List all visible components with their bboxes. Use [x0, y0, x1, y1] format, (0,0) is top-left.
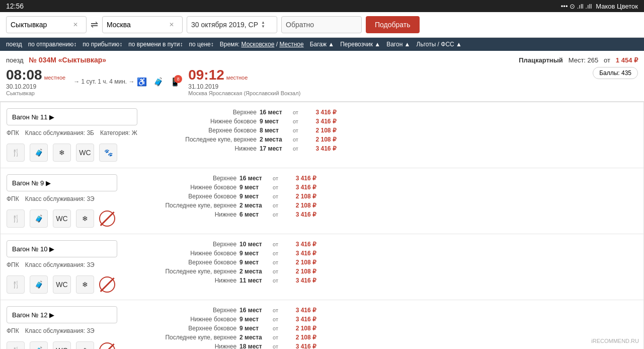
wagon-left-12: Вагон № 12 ▶ФПК Класс обслуживания: 3Э🍴🧳…: [7, 306, 117, 349]
filter-price[interactable]: по цене↕: [189, 41, 214, 48]
seat-type-10-0: Верхнее: [125, 241, 236, 248]
seat-price-12-1: 3 416 ₽: [281, 316, 316, 323]
seat-from-10-1: от: [273, 250, 278, 256]
wagon-left-10: Вагон № 10 ▶ФПК Класс обслуживания: 3Э🍴🧳…: [7, 240, 117, 294]
from-field[interactable]: ✕: [6, 16, 87, 33]
train-times: 08:08 местное 30.10.2019 Сыктывкар → 1 с…: [6, 67, 300, 96]
filter-duration[interactable]: по времени в пути↕: [128, 41, 183, 48]
seat-row-11-1: Нижнее боковое 9 мест от 3 416 ₽: [145, 117, 337, 125]
wagon-left-11: Вагон № 11 ▶ФПК Класс обслуживания: 3БКа…: [7, 108, 137, 162]
seat-count-9-2: 9 мест: [239, 193, 270, 200]
wagon-button-9[interactable]: Вагон № 9 ▶: [7, 174, 117, 191]
seat-price-10-2: 2 108 ₽: [281, 259, 316, 266]
seat-from-9-2: от: [273, 193, 278, 199]
depart-block: 08:08 местное 30.10.2019 Сыктывкар: [6, 67, 65, 96]
seat-price-11-0: 3 416 ₽: [301, 109, 337, 116]
luggage-icon-11: 🧳: [30, 144, 48, 162]
seat-price-9-2: 2 108 ₽: [281, 193, 316, 200]
from-clear-icon[interactable]: ✕: [73, 21, 78, 28]
seat-type-10-4: Нижнее: [125, 277, 236, 284]
filter-depart[interactable]: по отправлению↕: [28, 41, 76, 48]
date-value: 30 октября 2019, СР: [191, 21, 258, 29]
arrive-block: 09:12 местное 31.10.2019 Москва Ярославс…: [188, 67, 300, 96]
phone-icon-wrapper: 📱 8: [170, 77, 180, 87]
seat-row-10-3: Последнее купе, верхнее 2 места от 2 108…: [125, 267, 316, 275]
date-down-icon[interactable]: ▼: [261, 25, 265, 29]
seat-table-10: Верхнее 10 мест от 3 416 ₽ Нижнее боково…: [125, 240, 316, 294]
train-number: № 034М «Сыктывкар»: [29, 56, 106, 64]
filter-carrier[interactable]: Перевозчик ▲: [340, 41, 380, 48]
plac-type: Плацкартный: [519, 56, 563, 64]
date-field[interactable]: 30 октября 2019, СР ▲ ▼: [187, 16, 277, 33]
search-button[interactable]: Подобрать: [366, 16, 420, 33]
wagon-button-11[interactable]: Вагон № 11 ▶: [7, 108, 137, 125]
points-button[interactable]: Баллы: 435: [593, 67, 638, 79]
seat-price-10-1: 3 416 ₽: [281, 250, 316, 257]
points-area[interactable]: Баллы: 435: [593, 67, 638, 79]
from-input[interactable]: [11, 21, 71, 29]
filter-arrive[interactable]: по прибытию↕: [83, 41, 122, 48]
depart-type: местное: [44, 75, 66, 81]
dining-icon-10: 🍴: [7, 275, 25, 294]
price-summary: Плацкартный Мест: 265 от 1 454 ₽: [519, 56, 638, 64]
top-bar-left: 12:56: [6, 2, 24, 10]
seat-row-10-2: Верхнее боковое 9 мест от 2 108 ₽: [125, 258, 316, 266]
luggage-icon: 🧳: [153, 78, 164, 86]
seat-from-11-2: от: [293, 127, 298, 133]
seat-from-12-4: от: [273, 343, 278, 349]
seat-count-11-2: 8 мест: [260, 127, 290, 134]
arrive-station: Москва Ярославская (Ярославский Вокзал): [188, 90, 300, 96]
filter-wagon[interactable]: Вагон ▲: [386, 41, 410, 48]
seat-from-10-2: от: [273, 259, 278, 265]
filter-льготы[interactable]: Льготы / ФСС ▲: [417, 41, 462, 48]
train-header-row: поезд № 034М «Сыктывкар» Плацкартный Мес…: [0, 51, 644, 102]
wagon-class-row-11: ФПК Класс обслуживания: 3БКатегория: Ж: [7, 129, 137, 136]
swap-icon[interactable]: ⇌: [91, 19, 98, 30]
seat-row-11-3: Последнее купе, верхнее 2 места от 2 108…: [145, 135, 337, 144]
seat-price-12-2: 2 108 ₽: [281, 325, 316, 332]
seat-price-11-1: 3 416 ₽: [301, 118, 337, 125]
seat-row-11-2: Верхнее боковое 8 мест от 2 108 ₽: [145, 126, 337, 134]
back-field[interactable]: Обратно: [281, 16, 362, 33]
badge: 8: [174, 75, 182, 83]
luggage-icon-12: 🧳: [30, 341, 48, 349]
seat-from-9-3: от: [273, 202, 278, 208]
user-name: Маков Цветок: [596, 3, 638, 10]
wagon-class-row-9: ФПК Класс обслуживания: 3Э: [7, 195, 117, 202]
to-field[interactable]: ✕: [102, 16, 183, 33]
to-clear-icon[interactable]: ✕: [169, 21, 174, 28]
seat-count-11-1: 9 мест: [260, 118, 290, 125]
to-input[interactable]: [107, 21, 167, 29]
seat-from-12-3: от: [273, 334, 278, 340]
seat-count-10-0: 10 мест: [239, 241, 270, 248]
wagon-section-10: Вагон № 10 ▶ФПК Класс обслуживания: 3Э🍴🧳…: [0, 234, 644, 300]
top-bar-time: 12:56: [6, 2, 24, 10]
seat-price-9-3: 2 108 ₽: [281, 202, 316, 209]
filter-time[interactable]: Время: Московское / Местное: [220, 41, 304, 48]
seat-count-9-0: 16 мест: [239, 175, 270, 182]
seat-from-11-0: от: [293, 109, 298, 115]
seat-count-12-1: 9 мест: [239, 316, 270, 323]
seat-count-12-4: 18 мест: [239, 343, 270, 349]
date-arrows[interactable]: ▲ ▼: [261, 21, 265, 29]
amenity-icons-10: 🍴🧳WC❄: [7, 275, 117, 294]
seat-type-10-3: Последнее купе, верхнее: [125, 268, 236, 275]
seat-price-11-3: 2 108 ₽: [301, 136, 337, 143]
seat-price-11-2: 2 108 ₽: [301, 127, 337, 134]
watermark: iRECOMMEND.RU: [591, 338, 639, 344]
seat-from-11-4: от: [293, 146, 298, 152]
wc-icon-11: WC: [76, 144, 94, 162]
carrier-3: ФПК: [7, 327, 19, 334]
seat-row-9-2: Верхнее боковое 9 мест от 2 108 ₽: [125, 192, 316, 200]
seat-row-9-3: Последнее купе, верхнее 2 места от 2 108…: [125, 201, 316, 210]
top-bar: 12:56 ••• ⊙ .ıll .ıll Маков Цветок: [0, 0, 644, 12]
seat-row-9-4: Нижнее 6 мест от 3 416 ₽: [125, 211, 316, 219]
wagon-button-12[interactable]: Вагон № 12 ▶: [7, 306, 117, 323]
seat-type-9-1: Нижнее боковое: [125, 184, 236, 191]
plac-price: 1 454 ₽: [616, 56, 638, 64]
seat-row-10-0: Верхнее 10 мест от 3 416 ₽: [125, 240, 316, 248]
wagon-button-10[interactable]: Вагон № 10 ▶: [7, 240, 117, 257]
seat-type-9-4: Нижнее: [125, 211, 236, 218]
filter-baggage[interactable]: Багаж ▲: [310, 41, 335, 48]
seat-type-12-2: Верхнее боковое: [125, 325, 236, 332]
